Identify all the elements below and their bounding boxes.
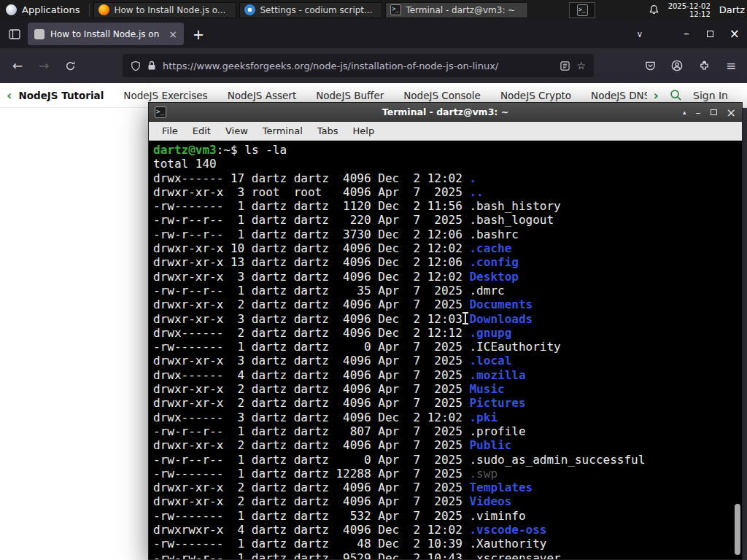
- hamburger-menu-icon[interactable]: ≡: [720, 54, 742, 77]
- nav-scroll-left-icon[interactable]: ‹: [0, 88, 18, 103]
- terminal-listing-line: drwxr-xr-x 2 dartz dartz 4096 Apr 7 2025…: [153, 438, 742, 452]
- terminal-menu-item[interactable]: Edit: [185, 125, 218, 136]
- file-name: .Xauthority: [469, 537, 546, 551]
- reload-icon[interactable]: [58, 54, 82, 77]
- file-name: .dmrc: [469, 284, 504, 298]
- minimize-button[interactable]: –: [696, 106, 701, 118]
- terminal-listing-line: -rw-rw-r-- 1 dartz dartz 9529 Dec 2 10:4…: [153, 551, 742, 559]
- user-label[interactable]: Dartz: [719, 4, 745, 15]
- reader-mode-icon[interactable]: [560, 61, 570, 71]
- search-icon[interactable]: [670, 89, 682, 101]
- taskbar-window-title: Settings - codium script...: [260, 5, 372, 15]
- prompt-separator: :: [217, 143, 224, 157]
- maximize-button[interactable]: [711, 109, 717, 115]
- gfg-nav-items: NodeJS TutorialNodeJS ExercisesNodeJS As…: [18, 90, 646, 101]
- file-name: .cache: [469, 241, 511, 255]
- file-name: .viminfo: [469, 509, 525, 523]
- bookmark-star-icon[interactable]: ☆: [576, 60, 586, 71]
- taskbar-window-terminal[interactable]: >_ Terminal - dartz@vm3: ~: [385, 2, 528, 18]
- terminal-output[interactable]: dartz@vm3:~$ ls -la total 140 drwx------…: [149, 141, 742, 559]
- terminal-listing: drwx------ 17 dartz dartz 4096 Dec 2 12:…: [153, 171, 742, 559]
- taskbar-separator: [89, 4, 90, 17]
- file-name: .xscreensaver: [469, 551, 560, 559]
- url-bar[interactable]: https://www.geeksforgeeks.org/node-js/in…: [123, 54, 594, 77]
- file-name: Documents: [469, 298, 533, 311]
- clock-date: 2025-12-02: [668, 2, 711, 10]
- terminal-menubar: FileEditViewTerminalTabsHelp: [149, 122, 742, 141]
- back-button[interactable]: ←: [6, 54, 29, 77]
- terminal-listing-line: -rw-r--r-- 1 dartz dartz 35 Apr 7 2025 .…: [153, 284, 742, 298]
- taskbar: Applications How to Install Node.js o...…: [0, 0, 747, 20]
- terminal-menu-item[interactable]: View: [218, 125, 255, 136]
- file-name: ..: [469, 185, 483, 199]
- sign-in-button[interactable]: Sign In: [693, 90, 728, 101]
- list-all-tabs-icon[interactable]: ∨: [636, 29, 643, 39]
- terminal-title: Terminal - dartz@vm3: ~: [149, 106, 742, 117]
- extensions-icon[interactable]: [693, 54, 715, 77]
- file-name: .pki: [469, 411, 498, 424]
- tracking-shield-icon[interactable]: [131, 61, 141, 71]
- pocket-icon[interactable]: [639, 54, 661, 77]
- terminal-listing-line: drwxr-xr-x 2 dartz dartz 4096 Apr 7 2025…: [153, 494, 742, 508]
- window-maximize-button[interactable]: [707, 31, 713, 37]
- site-nav-item[interactable]: NodeJS Crypto: [500, 90, 571, 101]
- terminal-listing-line: -rw------- 1 dartz dartz 48 Dec 2 10:39 …: [153, 537, 742, 551]
- site-nav-item[interactable]: NodeJS Exercises: [123, 90, 207, 101]
- site-nav-item[interactable]: NodeJS Tutorial: [18, 90, 104, 101]
- nav-scroll-right-icon[interactable]: ›: [647, 88, 665, 103]
- terminal-titlebar[interactable]: >_ Terminal - dartz@vm3: ~ ▴ – ×: [149, 103, 742, 122]
- file-name: .bash_logout: [469, 213, 554, 227]
- account-icon[interactable]: [666, 54, 688, 77]
- file-name: Videos: [469, 494, 511, 508]
- terminal-listing-line: -rw------- 1 dartz dartz 1120 Dec 2 11:5…: [153, 199, 742, 213]
- terminal-menu-item[interactable]: File: [155, 125, 185, 136]
- mouse-cursor-ibeam: [465, 313, 466, 324]
- site-nav-item[interactable]: NodeJS Console: [403, 90, 481, 101]
- taskbar-window-firefox[interactable]: How to Install Node.js o...: [93, 2, 236, 18]
- site-nav-item[interactable]: NodeJS DNS: [591, 90, 646, 101]
- terminal-scrollbar-thumb[interactable]: [735, 504, 740, 555]
- browser-tab-active[interactable]: How to Install Node.js on ×: [28, 23, 184, 45]
- site-nav-item[interactable]: NodeJS Assert: [228, 90, 297, 101]
- new-tab-button[interactable]: +: [193, 26, 204, 42]
- terminal-listing-line: drwxr-xr-x 3 dartz dartz 4096 Apr 7 2025…: [153, 354, 742, 368]
- clock[interactable]: 2025-12-02 12:12: [668, 2, 711, 18]
- total-line: total 140: [153, 157, 742, 171]
- terminal-listing-line: -rw-r--r-- 1 dartz dartz 807 Apr 7 2025 …: [153, 424, 742, 438]
- file-name: .profile: [469, 424, 525, 438]
- file-name: Desktop: [469, 270, 518, 284]
- terminal-launcher[interactable]: >_: [569, 2, 595, 18]
- terminal-listing-line: drwx------ 2 dartz dartz 4096 Dec 2 12:1…: [153, 326, 742, 340]
- firefox-view-icon[interactable]: [9, 29, 20, 39]
- terminal-listing-line: drwxr-xr-x 3 dartz dartz 4096 Dec 2 12:0…: [153, 312, 742, 326]
- terminal-icon: >_: [577, 4, 588, 16]
- taskbar-window-settings[interactable]: Settings - codium script...: [239, 2, 382, 18]
- applications-menu[interactable]: Applications: [0, 0, 87, 20]
- file-name: Public: [469, 438, 511, 452]
- settings-icon: [244, 4, 255, 15]
- lock-icon[interactable]: [147, 61, 156, 71]
- terminal-menu-item[interactable]: Tabs: [310, 125, 346, 136]
- terminal-listing-line: drwxr-xr-x 3 root root 4096 Apr 7 2025 .…: [153, 185, 742, 199]
- terminal-listing-line: drwxr-xr-x 2 dartz dartz 4096 Apr 7 2025…: [153, 481, 742, 494]
- terminal-menu-item[interactable]: Terminal: [255, 125, 310, 136]
- forward-button[interactable]: →: [32, 54, 55, 77]
- window-close-button[interactable]: ×: [729, 28, 740, 39]
- shade-button[interactable]: ▴: [683, 109, 686, 116]
- terminal-listing-line: drwxr-xr-x 13 dartz dartz 4096 Dec 2 12:…: [153, 255, 742, 269]
- file-name: .bashrc: [469, 228, 518, 241]
- notification-bell-icon[interactable]: [649, 4, 659, 15]
- site-nav-item[interactable]: NodeJS Buffer: [316, 90, 384, 101]
- tab-close-icon[interactable]: ×: [169, 29, 177, 39]
- applications-label: Applications: [22, 4, 80, 15]
- terminal-menu-item[interactable]: Help: [346, 125, 382, 136]
- file-name: Downloads: [469, 312, 533, 326]
- close-button[interactable]: ×: [727, 106, 736, 120]
- terminal-listing-line: drwxr-xr-x 10 dartz dartz 4096 Dec 2 12:…: [153, 241, 742, 255]
- terminal-listing-line: drwxr-xr-x 3 dartz dartz 4096 Dec 2 12:0…: [153, 270, 742, 284]
- file-name: .: [469, 171, 476, 185]
- terminal-listing-line: drwxrwxr-x 4 dartz dartz 4096 Dec 2 12:0…: [153, 523, 742, 537]
- window-minimize-button[interactable]: –: [684, 28, 689, 39]
- taskbar-window-title: Terminal - dartz@vm3: ~: [406, 5, 515, 15]
- url-text[interactable]: https://www.geeksforgeeks.org/node-js/in…: [163, 61, 554, 71]
